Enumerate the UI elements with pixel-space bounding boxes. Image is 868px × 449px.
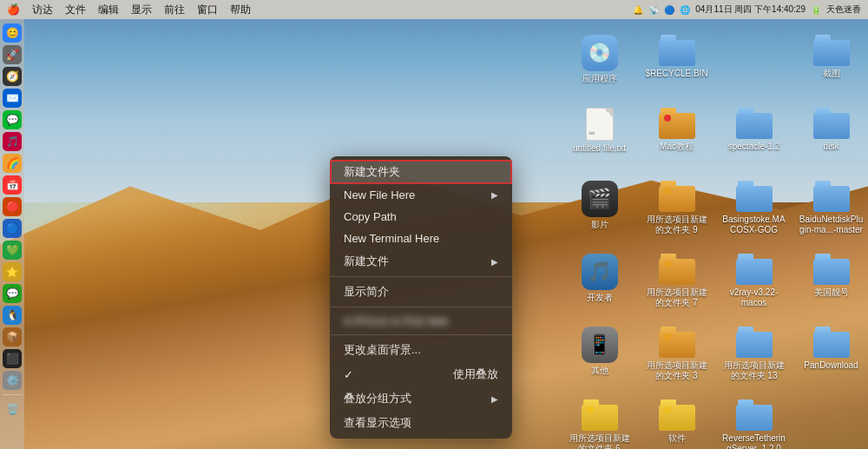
icon-folder-6[interactable]: 用所选项目新建的文件夹 6 bbox=[562, 396, 636, 449]
menu-show-info-label: 显示简介 bbox=[344, 284, 389, 300]
icon-software-label: 软件 bbox=[668, 433, 686, 444]
menu-use-stacks-check: ✓ bbox=[344, 368, 353, 381]
icon-disk-app[interactable]: 💿 应用程序 bbox=[562, 31, 636, 101]
icon-folder6-label: 用所选项目新建的文件夹 6 bbox=[566, 433, 633, 449]
icon-usa-number[interactable]: 美国靓号 bbox=[794, 250, 868, 320]
icon-movie[interactable]: 🎬 影片 bbox=[562, 177, 636, 247]
bluetooth-icon: 🔵 bbox=[664, 5, 674, 15]
icon-v2ray-label: v2ray-v3.22-macos bbox=[720, 287, 787, 308]
menu-go[interactable]: 前往 bbox=[164, 3, 185, 17]
menu-file[interactable]: 文件 bbox=[65, 3, 86, 17]
menu-group-by-label: 叠放分组方式 bbox=[344, 391, 411, 406]
dock-mail[interactable]: ✉️ bbox=[3, 89, 22, 108]
icon-disk-label: disk bbox=[824, 142, 839, 152]
dock-calendar[interactable]: 📅 bbox=[3, 175, 22, 195]
menu-show-view-options-label: 查看显示选项 bbox=[344, 415, 411, 431]
dock-separator bbox=[3, 394, 22, 395]
menu-new-folder[interactable]: 新建文件夹 bbox=[330, 160, 512, 184]
menu-finder[interactable]: 访达 bbox=[32, 3, 53, 17]
menu-new-terminal-here[interactable]: New Terminal Here bbox=[330, 228, 512, 249]
icon-folder-9[interactable]: 用所选项目新建的文件夹 9 bbox=[640, 177, 713, 247]
icon-developer-label: 开发者 bbox=[587, 293, 613, 303]
empty-slot-2 bbox=[794, 396, 868, 449]
icon-folder-13[interactable]: 用所选项目新建的文件夹 13 bbox=[717, 323, 791, 393]
dock-terminal[interactable]: ⬛ bbox=[3, 349, 22, 368]
icon-recycle-label: $RECYCLE.BIN bbox=[645, 69, 707, 79]
dock-app2[interactable]: 🔵 bbox=[3, 219, 22, 238]
menu-new-file-here-label: New File Here bbox=[344, 188, 415, 201]
icon-folder-3[interactable]: 用所选项目新建的文件夹 3 bbox=[640, 323, 713, 393]
menu-help[interactable]: 帮助 bbox=[230, 3, 251, 17]
menu-edit[interactable]: 编辑 bbox=[98, 3, 119, 17]
dock-app6[interactable]: ⚙️ bbox=[3, 371, 22, 390]
icon-spectacle-12[interactable]: spectacle-1.2 bbox=[717, 104, 791, 174]
menu-copy-path-label: Copy Path bbox=[344, 210, 397, 223]
menu-blurred-label: ● iPhone ● iPad ●●● bbox=[344, 314, 448, 327]
apple-menu[interactable]: 🍎 bbox=[7, 3, 20, 16]
desktop-icons-area: 💿 应用程序 $RECYCLE.BIN 截图 txt untit bbox=[556, 24, 868, 449]
dock-app5[interactable]: 📦 bbox=[3, 327, 22, 347]
icon-spectacle-label: spectacle-1.2 bbox=[728, 142, 779, 152]
icon-folder-7[interactable]: 用所选项目新建的文件夹 7 bbox=[640, 250, 713, 320]
dock-app4[interactable]: ⭐ bbox=[3, 262, 22, 281]
menu-view[interactable]: 显示 bbox=[131, 3, 152, 17]
datetime: 04月11日 周四 下午14:40:29 bbox=[695, 3, 806, 16]
icon-screenshot[interactable]: 截图 bbox=[794, 31, 868, 101]
menu-separator-1 bbox=[330, 276, 512, 277]
icon-other[interactable]: 📱 其他 bbox=[562, 323, 636, 393]
dock-qq[interactable]: 🐧 bbox=[3, 306, 22, 325]
dock-trash[interactable]: 🗑️ bbox=[3, 399, 22, 419]
network-status: 🔔 bbox=[633, 5, 643, 15]
internet-icon: 🌐 bbox=[680, 5, 690, 15]
dock-music[interactable]: 🎵 bbox=[3, 132, 22, 151]
menu-new-folder-label: 新建文件夹 bbox=[344, 164, 400, 180]
menu-new-file-here[interactable]: New File Here ▶ bbox=[330, 184, 512, 206]
dock-messages[interactable]: 💬 bbox=[3, 110, 22, 129]
desktop: 🍎 访达 文件 编辑 显示 前往 窗口 帮助 🔔 📡 🔵 🌐 04月11日 周四… bbox=[0, 0, 868, 449]
icon-pandownload[interactable]: PanDownload bbox=[794, 323, 868, 393]
icon-mac-tutorial-label: Mac教程 bbox=[660, 142, 694, 152]
dock: 😊 🚀 🧭 ✉️ 💬 🎵 🌈 📅 🔴 🔵 💚 bbox=[0, 19, 24, 449]
menu-separator-2 bbox=[330, 307, 512, 307]
menubar-left: 🍎 访达 文件 编辑 显示 前往 窗口 帮助 bbox=[7, 3, 633, 17]
menu-change-wallpaper[interactable]: 更改桌面背景... bbox=[330, 338, 512, 362]
menu-group-by[interactable]: 叠放分组方式 ▶ bbox=[330, 386, 512, 411]
icon-reversetetheringserver[interactable]: ReverseTetheringServer_1.2.0 bbox=[717, 396, 791, 449]
icon-other-label: 其他 bbox=[591, 366, 608, 376]
icon-recycle-bin[interactable]: $RECYCLE.BIN bbox=[640, 31, 713, 101]
dock-app3[interactable]: 💚 bbox=[3, 241, 22, 260]
dock-app1[interactable]: 🔴 bbox=[3, 197, 22, 216]
icon-untitled-label: untitled file.txt bbox=[573, 143, 626, 154]
icon-v2ray[interactable]: v2ray-v3.22-macos bbox=[717, 250, 791, 320]
menu-window[interactable]: 窗口 bbox=[197, 3, 218, 17]
menu-use-stacks[interactable]: ✓ 使用叠放 bbox=[330, 362, 512, 386]
menu-show-info[interactable]: 显示简介 bbox=[330, 280, 512, 304]
icon-pandownload-label: PanDownload bbox=[804, 360, 858, 371]
menu-new-terminal-here-label: New Terminal Here bbox=[344, 232, 439, 245]
dock-wechat[interactable]: 💬 bbox=[3, 284, 22, 303]
menubar: 🍎 访达 文件 编辑 显示 前往 窗口 帮助 🔔 📡 🔵 🌐 04月11日 周四… bbox=[0, 0, 868, 19]
menu-blurred-item: ● iPhone ● iPad ●●● bbox=[330, 310, 512, 332]
icon-untitled-file[interactable]: txt untitled file.txt bbox=[562, 104, 636, 174]
icon-mac-tutorial[interactable]: Mac教程 bbox=[640, 104, 713, 174]
menu-copy-path[interactable]: Copy Path bbox=[330, 206, 512, 228]
icon-software[interactable]: 软件 bbox=[640, 396, 713, 449]
user-name: 天色迷香 bbox=[826, 3, 861, 16]
icon-folder7-label: 用所选项目新建的文件夹 7 bbox=[643, 287, 710, 308]
battery-icon: 🔋 bbox=[811, 5, 821, 15]
menu-show-view-options[interactable]: 查看显示选项 bbox=[330, 411, 512, 435]
icon-baidu[interactable]: BaiduNetdiskPlugin-ma...-master bbox=[794, 177, 868, 247]
wifi-icon: 📡 bbox=[648, 5, 659, 15]
menu-change-wallpaper-label: 更改桌面背景... bbox=[344, 342, 421, 358]
icon-disk[interactable]: disk bbox=[794, 104, 868, 174]
icon-folder3-label: 用所选项目新建的文件夹 3 bbox=[643, 360, 710, 381]
dock-photos[interactable]: 🌈 bbox=[3, 154, 22, 173]
menu-new-file[interactable]: 新建文件 ▶ bbox=[330, 249, 512, 274]
icon-developer[interactable]: 🎵 开发者 bbox=[562, 250, 636, 320]
dock-safari[interactable]: 🧭 bbox=[3, 67, 22, 86]
icon-basingstoke[interactable]: Basingstoke.MA COSX-GOG bbox=[717, 177, 791, 247]
icon-folder9-label: 用所选项目新建的文件夹 9 bbox=[643, 215, 710, 235]
icon-screenshot-label: 截图 bbox=[823, 69, 840, 79]
dock-finder[interactable]: 😊 bbox=[3, 23, 22, 43]
dock-launchpad[interactable]: 🚀 bbox=[3, 45, 22, 64]
